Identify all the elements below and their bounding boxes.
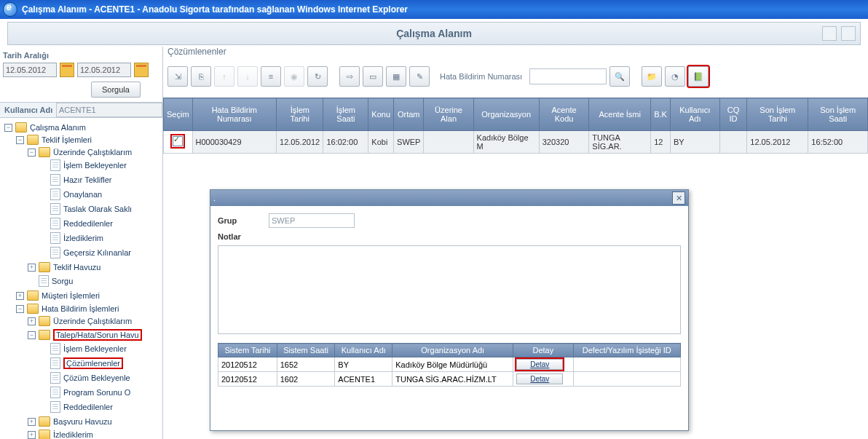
tree-hb-islem-bekleyenler[interactable]: İşlem Bekleyenler [38,342,161,355]
col-cq-id[interactable]: CQ ID [719,98,747,131]
tree-reddedilenler[interactable]: Reddedilenler [38,217,161,230]
table-row[interactable]: 20120512 1652 BY Kadıköy Bölge Müdürlüğü… [218,357,681,372]
window-titlebar: Çalışma Alanım - ACENTE1 - Anadolu Sigor… [0,0,868,19]
sub-col-tarih[interactable]: Sistem Tarihi [218,344,277,357]
tree-taslak[interactable]: Taslak Olarak Saklı [38,202,161,215]
col-islem-saati[interactable]: İşlem Saati [323,98,368,131]
nav-tree: −Çalışma Alanım −Teklif İşlemleri −Üzeri… [0,118,162,439]
row-checkbox[interactable] [173,136,183,146]
sub-col-saat[interactable]: Sistem Saati [277,344,335,357]
sub-cell-defect [573,372,681,387]
tree-islem-bekleyenler[interactable]: İşlem Bekleyenler [38,159,161,172]
folder-icon[interactable]: 📁 [642,66,662,87]
sub-col-kullanici[interactable]: Kullanıcı Adı [335,344,392,357]
notlar-textarea[interactable] [218,245,681,334]
search-label: Hata Bildirim Numarası [440,72,522,81]
notlar-label: Notlar [218,232,241,241]
tree-basvuru-havuzu[interactable]: +Başvuru Havuzu [26,416,161,427]
col-hata-no[interactable]: Hata Bildirim Numarası [192,98,277,131]
cell-acente-kodu: 320320 [539,131,589,154]
window-icon[interactable]: ▭ [363,66,383,87]
col-acente-ismi[interactable]: Acente İsmi [589,98,651,131]
forward-icon[interactable]: ⇨ [339,66,360,87]
tree-onaylanan[interactable]: Onaylanan [38,188,161,201]
tree-uzerinde-calistiklarim[interactable]: −Üzerinde Çalıştıklarım [26,146,161,158]
sub-cell-saat: 1602 [277,372,335,387]
close-icon[interactable]: ✕ [672,191,685,205]
sub-col-defect[interactable]: Defect/Yazılım İşisteği ID [573,344,681,357]
tree-label: Çözüm Bekleyenle [63,373,130,382]
col-son-islem-tarihi[interactable]: Son İşlem Tarihi [747,98,808,131]
col-son-islem-saati[interactable]: Son İşlem Saati [808,98,868,131]
date-to-input[interactable] [77,63,131,77]
cell-bk: 12 [651,131,671,154]
detay-button[interactable]: Detav [516,359,563,370]
section-title: Çözümlenenler [167,47,226,57]
calendar-icon[interactable] [60,63,74,77]
tree-hb-izlediklerim[interactable]: +İzlediklerim [26,429,161,439]
tree-talep-hata[interactable]: −Talep/Hata/Sorun Havu [26,328,161,341]
tree-hata-bildirim[interactable]: −Hata Bildirim İşlemleri [15,303,161,315]
tree-hazir-teklifler[interactable]: Hazır Teklifler [38,173,161,186]
tree-program-sorunu[interactable]: Program Sorunu O [38,386,161,399]
table-row[interactable]: H000030429 12.05.2012 16:02:00 Kobi SWEP… [164,131,868,154]
camera-icon: ◉ [284,66,304,87]
tree-teklif-islemleri[interactable]: −Teklif İşlemleri [15,134,161,146]
tree-cozumlenenler[interactable]: Çözümlenenler [38,357,161,370]
modal-title-text: . [213,194,216,202]
tree-gecersiz[interactable]: Geçersiz Kılınanlar [38,246,161,259]
detay-button[interactable]: Detav [516,373,563,384]
col-kullanici-adi[interactable]: Kullanıcı Adı [670,98,719,131]
col-konu[interactable]: Konu [368,98,394,131]
calendar-icon[interactable] [134,63,149,77]
tree-hb-reddedilenler[interactable]: Reddedilenler [38,400,161,414]
col-ortam[interactable]: Ortam [394,98,424,131]
reload-icon[interactable]: ↻ [307,66,328,87]
tree-hb-uzerinde[interactable]: +Üzerinde Çalıştıklarım [26,315,161,327]
sub-col-detay[interactable]: Detay [513,344,573,357]
tree-label: Onaylanan [63,190,102,199]
user-label: Kullanıcı Adı [0,103,56,117]
col-bk[interactable]: B.K [651,98,671,131]
tree-teklif-havuzu[interactable]: +Teklif Havuzu [26,261,161,273]
tree-root[interactable]: −Çalışma Alanım [3,122,161,133]
tree-label: Geçersiz Kılınanlar [63,248,131,257]
col-secim[interactable]: Seçim [164,98,193,131]
sub-cell-org: Kadıköy Bölge Müdürlüğü [392,357,513,372]
tree-label: İşlem Bekleyenler [63,344,127,353]
tree-cozum-bekleyenler[interactable]: Çözüm Bekleyenle [38,371,161,384]
sub-col-org[interactable]: Organizasyon Adı [392,344,513,357]
search-input[interactable] [529,68,607,84]
date-from-input[interactable] [3,63,57,77]
search-icon[interactable]: 🔍 [609,66,630,87]
user-input[interactable] [56,103,162,117]
cell-kullanici-adi: BY [670,131,719,154]
edit-grid-icon[interactable]: ✎ [409,66,430,87]
copy-icon[interactable]: ⎘ [191,66,211,87]
tree-izlediklerim[interactable]: İzlediklerim [38,232,161,245]
refresh-icon[interactable] [841,26,856,41]
tree-label: Üzerinde Çalıştıklarım [53,317,132,325]
edit-icon[interactable] [822,26,837,41]
tree-label: Müşteri İşlemleri [42,291,100,300]
cell-uzerine-alan [424,131,473,154]
tree-label: Taslak Olarak Saklı [63,205,132,213]
layers-icon[interactable]: ≡ [261,66,281,87]
tiles-icon[interactable]: ▦ [386,66,406,87]
col-acente-kodu[interactable]: Acente Kodu [539,98,589,131]
book-icon[interactable]: 📗 [688,66,709,87]
tree-musteri-islemleri[interactable]: +Müşteri İşlemleri [15,290,161,301]
tree-label: İşlem Bekleyenler [63,161,127,170]
col-uzerine-alan[interactable]: Üzerine Alan [424,98,473,131]
separator [331,67,336,86]
tree-sorgu[interactable]: Sorgu [26,274,161,288]
tree-label: Hazır Teklifler [63,175,111,184]
table-row[interactable]: 20120512 1602 ACENTE1 TUNGA SİG.ARAC.HİZ… [218,372,681,387]
query-button[interactable]: Sorgula [91,82,141,98]
col-organizasyon[interactable]: Organizasyon [473,98,539,131]
export-icon[interactable]: ⇲ [167,66,188,87]
col-islem-tarihi[interactable]: İşlem Tarihi [277,98,323,131]
cell-son-islem-saati: 16:52:00 [808,131,868,154]
grup-input[interactable] [269,213,355,228]
chart-icon[interactable]: ◔ [665,66,685,87]
